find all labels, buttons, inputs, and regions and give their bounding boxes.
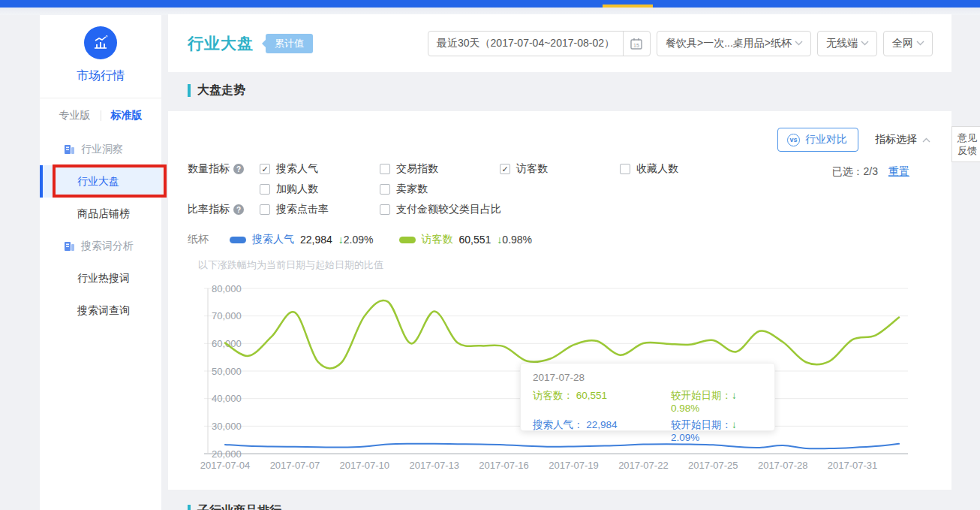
- metric-checkbox-grid: 数量指标 ? 搜索人气 交易指数 访客数 收藏人数 加购人数: [188, 162, 740, 216]
- checkbox-search-popularity[interactable]: 搜索人气: [260, 162, 380, 176]
- legend-pill-blue: [230, 237, 246, 243]
- sidebar-item-hot-search-words[interactable]: 行业热搜词: [40, 262, 161, 294]
- main-content: 行业大盘 累计值 最近30天（2017-07-04~2017-08-02） 15…: [168, 0, 951, 510]
- help-icon[interactable]: ?: [233, 164, 244, 174]
- checkbox[interactable]: [500, 164, 510, 174]
- spacer: [188, 183, 260, 196]
- checkbox[interactable]: [620, 164, 630, 174]
- checkbox-sellers[interactable]: 卖家数: [380, 183, 500, 196]
- svg-text:40,000: 40,000: [212, 393, 242, 404]
- compare-label: 行业对比: [805, 133, 847, 146]
- checkbox[interactable]: [380, 204, 390, 215]
- section-header: 大盘走势: [188, 83, 245, 98]
- help-icon[interactable]: ?: [233, 204, 244, 215]
- brand-block: 市场行情: [40, 15, 161, 98]
- category-selector[interactable]: 餐饮具>一次...桌用品>纸杯: [657, 31, 811, 56]
- checkbox-label: 交易指数: [396, 162, 438, 176]
- section-strip: 大盘走势: [168, 72, 951, 111]
- legend-series-change: 0.98%: [502, 234, 532, 246]
- page-title: 行业大盘: [188, 33, 254, 54]
- scope-selector[interactable]: 全网: [883, 31, 933, 56]
- industry-compare-button[interactable]: vs 行业对比: [777, 128, 858, 152]
- chart-note: 以下涨跌幅均为当前日期与起始日期的比值: [198, 258, 383, 272]
- terminal-text: 无线端: [818, 37, 859, 50]
- indicator-select-toggle[interactable]: 指标选择: [875, 133, 930, 146]
- sidebar: 市场行情 专业版 标准版 行业洞察 行业大盘 商品店铺榜 搜索词分析 行业热搜词…: [40, 15, 161, 510]
- sidebar-item-product-shop-rank[interactable]: 商品店铺榜: [40, 198, 161, 230]
- svg-text:30,000: 30,000: [212, 421, 242, 432]
- down-arrow-icon: ↓: [732, 390, 737, 401]
- checkbox-trade-index[interactable]: 交易指数: [380, 162, 500, 176]
- reset-link[interactable]: 重置: [888, 165, 909, 177]
- svg-text:2017-07-19: 2017-07-19: [549, 460, 599, 471]
- checkbox-visitors[interactable]: 访客数: [500, 162, 620, 176]
- checkbox[interactable]: [380, 184, 390, 195]
- trend-chart[interactable]: 20,00030,00040,00050,00060,00070,00080,0…: [194, 279, 914, 481]
- checkbox[interactable]: [260, 184, 270, 195]
- checkbox-label: 访客数: [516, 162, 548, 176]
- checkbox-label: 卖家数: [396, 183, 428, 196]
- active-top-tab-indicator: [603, 5, 653, 8]
- legend-category: 纸杯: [188, 233, 209, 246]
- chevron-up-icon: [922, 137, 930, 143]
- svg-text:2017-07-07: 2017-07-07: [270, 460, 320, 471]
- legend-series-name[interactable]: 搜索人气: [252, 233, 294, 246]
- checkbox[interactable]: [380, 164, 390, 174]
- checkbox-add-cart[interactable]: 加购人数: [260, 183, 380, 196]
- next-section-strip: 子行业商品排行: [168, 490, 951, 510]
- feedback-line: 意见: [957, 131, 980, 144]
- checkbox-favorites[interactable]: 收藏人数: [620, 162, 740, 176]
- sidebar-item-industry-board[interactable]: 行业大盘: [40, 165, 161, 198]
- tab-divider: [101, 110, 101, 121]
- chart-legend: 纸杯 搜索人气 22,984 ↓ 2.09% 访客数 60,551 ↓ 0.98…: [188, 233, 558, 246]
- svg-text:2017-07-16: 2017-07-16: [479, 460, 529, 471]
- down-arrow-icon: ↓: [497, 234, 502, 246]
- next-section-title: 子行业商品排行: [197, 503, 281, 510]
- next-section-header: 子行业商品排行: [188, 503, 281, 510]
- sidebar-group-label: 行业洞察: [81, 143, 123, 156]
- version-tabs: 专业版 标准版: [40, 98, 161, 133]
- svg-text:2017-07-28: 2017-07-28: [758, 460, 807, 471]
- sidebar-group-search-word-analysis: 搜索词分析: [40, 230, 161, 262]
- ratio-metric-label: 比率指标 ?: [188, 203, 260, 216]
- spacer: [620, 183, 740, 196]
- sidebar-item-search-word-query[interactable]: 搜索词查询: [40, 294, 161, 327]
- tab-professional[interactable]: 专业版: [59, 109, 91, 122]
- chevron-down-icon: [795, 41, 803, 46]
- date-range-picker[interactable]: 最近30天（2017-07-04~2017-08-02） 15: [428, 31, 651, 56]
- terminal-selector[interactable]: 无线端: [817, 31, 877, 56]
- checkbox-label: 加购人数: [276, 183, 318, 196]
- scope-text: 全网: [884, 37, 915, 50]
- category-text: 餐饮具>一次...桌用品>纸杯: [657, 37, 793, 50]
- svg-text:2017-07-31: 2017-07-31: [828, 460, 878, 471]
- checkbox[interactable]: [260, 204, 270, 215]
- sidebar-item-label: 搜索词查询: [77, 304, 130, 318]
- svg-text:2017-07-25: 2017-07-25: [688, 460, 738, 471]
- sidebar-group-industry-insight: 行业洞察: [40, 133, 161, 165]
- svg-text:50,000: 50,000: [212, 366, 242, 377]
- legend-series-value: 22,984: [300, 234, 332, 246]
- checkbox-payment-ratio[interactable]: 支付金额较父类目占比: [380, 203, 620, 216]
- checkbox-search-ctr[interactable]: 搜索点击率: [260, 203, 380, 216]
- checkbox-label: 搜索人气: [276, 162, 318, 176]
- tab-standard[interactable]: 标准版: [111, 109, 143, 122]
- section-accent-bar: [188, 505, 191, 510]
- spacer: [500, 183, 620, 196]
- checkbox[interactable]: [260, 164, 270, 174]
- chevron-down-icon: [916, 41, 924, 46]
- calendar-icon[interactable]: 15: [623, 32, 650, 56]
- svg-text:2017-07-10: 2017-07-10: [340, 460, 389, 471]
- page-header: 行业大盘 累计值 最近30天（2017-07-04~2017-08-02） 15…: [168, 14, 951, 72]
- svg-text:15: 15: [634, 42, 640, 47]
- checkbox-label: 搜索点击率: [276, 203, 329, 216]
- down-arrow-icon: ↓: [338, 234, 344, 246]
- indicator-select-label: 指标选择: [875, 133, 917, 146]
- svg-text:2017-07-13: 2017-07-13: [409, 460, 459, 471]
- header-controls: 最近30天（2017-07-04~2017-08-02） 15 餐饮具>一次..…: [428, 31, 933, 56]
- feedback-tab[interactable]: 意见 反馈: [951, 126, 980, 162]
- chart-tooltip: 2017-07-28 访客数： 60,551 较开始日期：↓ 0.98% 搜索人…: [520, 363, 775, 431]
- top-nav-bar: [0, 0, 980, 8]
- vs-icon: vs: [787, 134, 800, 146]
- search-word-analysis-icon: [64, 241, 75, 252]
- legend-series-name[interactable]: 访客数: [422, 233, 453, 246]
